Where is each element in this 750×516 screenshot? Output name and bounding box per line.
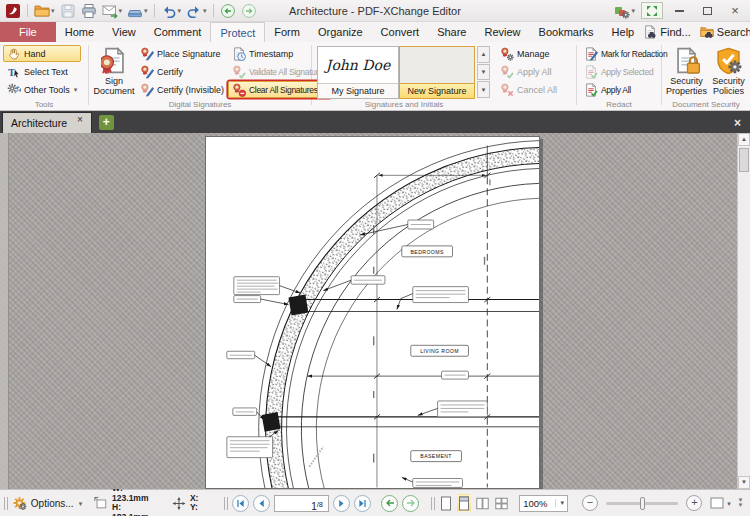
apply-selected-icon [584, 65, 598, 79]
zoom-caret[interactable]: ▾ [555, 499, 564, 507]
scan-dropdown-caret[interactable]: ▾ [144, 7, 148, 14]
zoom-in-button[interactable]: + [686, 495, 702, 511]
certify-button[interactable]: Certify [136, 63, 228, 80]
minimize-button[interactable] [667, 2, 691, 19]
zoom-out-button[interactable]: − [582, 495, 598, 511]
ribbon-group-signatures-initials: John Doe My Signature New Signature ▲ ▼ … [312, 42, 576, 110]
left-pane-grip[interactable] [0, 133, 9, 489]
document-canvas[interactable]: BEDROOMS LIVING ROOM BASEMENT [0, 133, 750, 489]
new-tab-button[interactable]: + [99, 115, 114, 130]
first-page-button[interactable] [232, 495, 249, 512]
find-button[interactable]: Find... [643, 25, 691, 39]
tab-file[interactable]: File [0, 22, 56, 42]
search-button[interactable]: Search... [700, 25, 750, 39]
gallery-more-button[interactable]: ▼ [477, 81, 490, 98]
security-policies-button[interactable]: Security Policies [708, 45, 749, 97]
fullscreen-button[interactable] [641, 2, 663, 19]
security-policies-label: Security Policies [708, 76, 749, 97]
cancel-all-signatures-button[interactable]: Cancel All [496, 81, 561, 98]
history-back-button[interactable] [218, 2, 238, 20]
new-signature-cell[interactable]: New Signature [399, 46, 475, 99]
hand-tool-button[interactable]: Hand [3, 45, 81, 62]
options-caret[interactable]: ▾ [79, 500, 83, 507]
document-tab-architecture[interactable]: Architecture × [2, 112, 92, 133]
email-button[interactable]: ▾ [100, 2, 125, 20]
security-policies-icon [715, 47, 742, 74]
tab-form[interactable]: Form [265, 22, 309, 42]
open-dropdown-caret[interactable]: ▾ [51, 7, 55, 14]
fit-page-button[interactable]: ▾ [710, 497, 731, 509]
cursor-position-icon [172, 496, 186, 511]
layout-single-page-button[interactable] [439, 494, 453, 512]
tab-share[interactable]: Share [428, 22, 475, 42]
zoom-slider[interactable] [606, 502, 678, 505]
certify-invisible-button[interactable]: Certify (Invisible) [136, 81, 228, 98]
last-page-button[interactable] [354, 495, 371, 512]
vertical-scrollbar[interactable]: ▲ ▼ [737, 133, 750, 489]
zoom-slider-thumb[interactable] [640, 497, 645, 510]
view-back-button[interactable] [381, 495, 398, 512]
undo-dropdown-caret[interactable]: ▾ [178, 7, 182, 14]
certify-invisible-label: Certify (Invisible) [157, 85, 224, 95]
tab-convert[interactable]: Convert [372, 22, 429, 42]
my-signature-label: My Signature [318, 83, 398, 98]
tab-home[interactable]: Home [56, 22, 103, 42]
scrollbar-thumb[interactable] [739, 148, 749, 172]
room-label-bedrooms: BEDROOMS [411, 249, 444, 255]
other-tools-button[interactable]: Other Tools ▾ [3, 81, 81, 98]
scan-button[interactable]: ▾ [125, 2, 150, 20]
redo-dropdown-caret[interactable]: ▾ [203, 7, 207, 14]
tab-help[interactable]: Help [603, 22, 644, 42]
statusbar-expand-icon[interactable]: ▼▼ [735, 498, 746, 508]
place-signature-button[interactable]: Place Signature [136, 45, 228, 62]
apply-all-signatures-button[interactable]: Apply All [496, 63, 561, 80]
scroll-up-button[interactable]: ▲ [738, 133, 750, 146]
history-forward-button[interactable] [239, 2, 259, 20]
tab-protect[interactable]: Protect [210, 22, 265, 42]
tab-view[interactable]: View [103, 22, 145, 42]
tab-organize[interactable]: Organize [309, 22, 372, 42]
signature-gallery-scroll: ▲ ▼ ▼ [477, 46, 490, 99]
fit-page-caret[interactable]: ▾ [727, 500, 731, 507]
email-dropdown-caret[interactable]: ▾ [119, 7, 123, 14]
close-document-button[interactable]: × [734, 116, 750, 133]
gallery-scroll-up-button[interactable]: ▲ [477, 46, 490, 63]
document-tab-close-icon[interactable]: × [77, 113, 83, 126]
previous-page-button[interactable] [253, 495, 270, 512]
my-signature-cell[interactable]: John Doe My Signature [317, 46, 399, 99]
slab-key-lower [262, 412, 281, 432]
close-button[interactable]: × [723, 2, 747, 19]
tab-comment[interactable]: Comment [145, 22, 211, 42]
apply-selected-redaction-button[interactable]: Apply Selected [580, 63, 671, 80]
page-number-input[interactable]: 1/8 [274, 495, 329, 512]
group-label-digital-signatures: Digital Signatures [89, 100, 311, 109]
layout-continuous-button[interactable] [457, 494, 471, 512]
tab-bookmarks[interactable]: Bookmarks [530, 22, 603, 42]
ui-options-icon[interactable]: ▾ [612, 2, 637, 20]
apply-all-redactions-button[interactable]: Apply All [580, 81, 671, 98]
print-button[interactable] [79, 2, 99, 20]
undo-button[interactable]: ▾ [159, 2, 184, 20]
pdf-page[interactable]: BEDROOMS LIVING ROOM BASEMENT [205, 136, 540, 489]
open-button[interactable]: ▾ [32, 2, 57, 20]
layout-two-pages-button[interactable] [475, 494, 490, 512]
redo-button[interactable]: ▾ [184, 2, 209, 20]
layout-two-pages-continuous-button[interactable] [494, 494, 509, 512]
ui-options-caret[interactable]: ▾ [631, 7, 635, 14]
sign-document-button[interactable]: Sign Document [92, 45, 136, 97]
next-page-button[interactable] [333, 495, 350, 512]
tab-review[interactable]: Review [475, 22, 529, 42]
view-forward-button[interactable] [402, 495, 419, 512]
save-button[interactable] [58, 2, 78, 20]
options-button[interactable]: Options... [31, 498, 74, 509]
select-text-button[interactable]: T Select Text [3, 63, 81, 80]
mark-for-redaction-button[interactable]: Mark for Redaction [580, 45, 671, 62]
manage-signatures-button[interactable]: Manage [496, 45, 561, 62]
zoom-level-select[interactable]: 100% ▾ [519, 495, 568, 512]
floor-lines [268, 300, 539, 427]
gallery-scroll-down-button[interactable]: ▼ [477, 64, 490, 81]
security-properties-button[interactable]: Security Properties [665, 45, 708, 97]
scroll-down-button[interactable]: ▼ [738, 476, 750, 489]
maximize-button[interactable] [695, 2, 719, 19]
other-tools-caret[interactable]: ▾ [74, 86, 78, 93]
